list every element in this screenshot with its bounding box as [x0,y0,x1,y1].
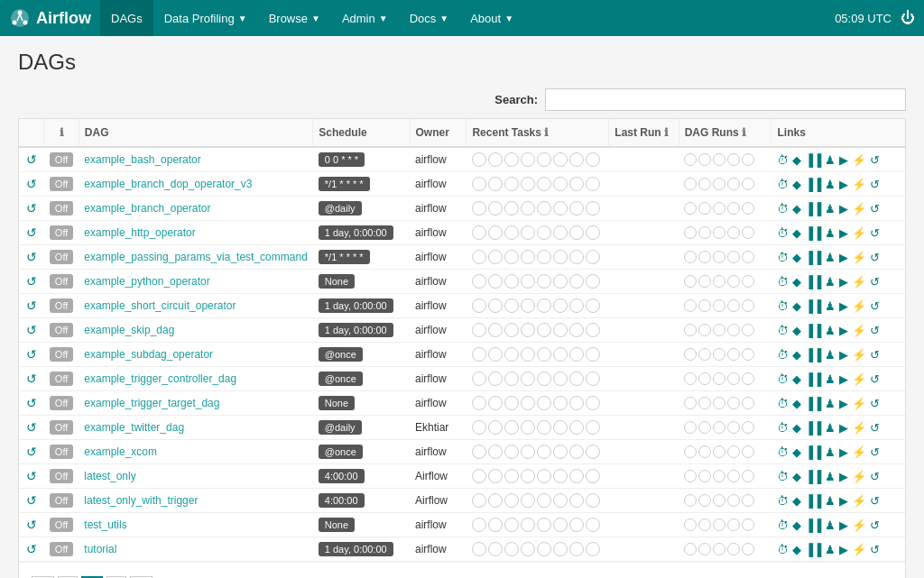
dag-flash-icon[interactable]: ⚡ [852,324,866,337]
dag-diamond-icon[interactable]: ◆ [792,543,801,556]
dag-clock-icon[interactable]: ⏱ [777,494,789,508]
dag-run-icon[interactable]: ▶ [839,397,848,410]
info-icon[interactable]: ℹ [60,126,64,139]
dag-flash-icon[interactable]: ⚡ [852,421,866,435]
dag-diamond-icon[interactable]: ◆ [792,275,801,289]
dag-tree-icon[interactable]: ♟ [825,372,836,386]
dag-chart-icon[interactable]: ▐▐ [805,372,821,386]
dag-run-icon[interactable]: ▶ [839,324,848,337]
dag-refresh-icon[interactable]: ↺ [26,201,37,216]
dag-link[interactable]: latest_only [84,470,135,482]
dag-chart-icon[interactable]: ▐▐ [805,445,821,459]
dag-diamond-icon[interactable]: ◆ [792,251,801,264]
dag-link[interactable]: latest_only_with_trigger [84,494,198,507]
dag-tree-icon[interactable]: ♟ [825,494,836,508]
dag-clock-icon[interactable]: ⏱ [777,445,789,459]
dag-diamond-icon[interactable]: ◆ [792,372,801,386]
dag-run-icon[interactable]: ▶ [839,275,848,289]
dag-diamond-icon[interactable]: ◆ [792,445,801,459]
dag-flash-icon[interactable]: ⚡ [852,202,866,216]
dag-clock-icon[interactable]: ⏱ [777,178,789,191]
dag-diamond-icon[interactable]: ◆ [792,470,801,483]
dag-chart-icon[interactable]: ▐▐ [805,518,821,532]
dag-diamond-icon[interactable]: ◆ [792,397,801,410]
dag-clock-icon[interactable]: ⏱ [777,324,789,337]
power-icon[interactable]: ⏻ [901,10,915,26]
dag-clock-icon[interactable]: ⏱ [777,226,789,240]
dag-refresh-icon[interactable]: ↺ [26,542,37,556]
dag-link[interactable]: test_utils [84,518,126,531]
dag-run-icon[interactable]: ▶ [839,299,848,313]
dag-chart-icon[interactable]: ▐▐ [805,275,821,289]
dag-run-icon[interactable]: ▶ [839,178,848,191]
dag-refresh-icon[interactable]: ↺ [870,397,880,410]
dag-chart-icon[interactable]: ▐▐ [805,470,821,483]
dag-link[interactable]: example_bash_operator [84,153,200,166]
dag-refresh-icon[interactable]: ↺ [26,298,37,313]
dag-refresh-icon[interactable]: ↺ [870,543,880,556]
dag-toggle-button[interactable]: Off [50,396,73,410]
dag-tree-icon[interactable]: ♟ [825,275,836,289]
dag-run-icon[interactable]: ▶ [839,202,848,216]
dag-tree-icon[interactable]: ♟ [825,543,836,556]
dag-run-icon[interactable]: ▶ [839,518,848,532]
dag-clock-icon[interactable]: ⏱ [777,397,789,410]
dag-refresh-icon[interactable]: ↺ [870,518,880,532]
dag-refresh-icon[interactable]: ↺ [870,153,880,167]
dag-chart-icon[interactable]: ▐▐ [805,202,821,216]
dag-chart-icon[interactable]: ▐▐ [805,543,821,556]
dag-refresh-icon[interactable]: ↺ [26,469,37,483]
dag-link[interactable]: example_subdag_operator [84,348,213,361]
dag-link[interactable]: tutorial [84,543,116,555]
dag-tree-icon[interactable]: ♟ [825,397,836,410]
dag-tree-icon[interactable]: ♟ [825,153,836,167]
dag-refresh-icon[interactable]: ↺ [26,420,37,435]
dag-refresh-icon[interactable]: ↺ [870,226,880,240]
dag-chart-icon[interactable]: ▐▐ [805,153,821,167]
dag-clock-icon[interactable]: ⏱ [777,153,789,167]
dag-refresh-icon[interactable]: ↺ [870,324,880,337]
dag-tree-icon[interactable]: ♟ [825,178,836,191]
dag-link[interactable]: example_trigger_controller_dag [84,372,236,385]
dag-refresh-icon[interactable]: ↺ [26,445,37,459]
dag-toggle-button[interactable]: Off [50,298,73,313]
dag-refresh-icon[interactable]: ↺ [870,178,880,191]
dag-flash-icon[interactable]: ⚡ [852,275,866,289]
dag-flash-icon[interactable]: ⚡ [852,397,866,410]
dag-flash-icon[interactable]: ⚡ [852,153,866,167]
dag-diamond-icon[interactable]: ◆ [792,153,801,167]
dag-tree-icon[interactable]: ♟ [825,324,836,337]
dag-toggle-button[interactable]: Off [50,250,73,264]
dag-chart-icon[interactable]: ▐▐ [805,226,821,240]
dag-refresh-icon[interactable]: ↺ [26,396,37,410]
dag-run-icon[interactable]: ▶ [839,494,848,508]
dag-refresh-icon[interactable]: ↺ [870,372,880,386]
dag-diamond-icon[interactable]: ◆ [792,202,801,216]
dag-refresh-icon[interactable]: ↺ [870,275,880,289]
dag-refresh-icon[interactable]: ↺ [26,152,37,167]
dag-flash-icon[interactable]: ⚡ [852,372,866,386]
dag-chart-icon[interactable]: ▐▐ [805,324,821,337]
dag-toggle-button[interactable]: Off [50,493,73,508]
dag-chart-icon[interactable]: ▐▐ [805,421,821,435]
dag-diamond-icon[interactable]: ◆ [792,518,801,532]
dag-flash-icon[interactable]: ⚡ [852,348,866,362]
dag-toggle-button[interactable]: Off [50,347,73,362]
dag-refresh-icon[interactable]: ↺ [26,323,37,337]
dag-flash-icon[interactable]: ⚡ [852,543,866,556]
dag-refresh-icon[interactable]: ↺ [26,347,37,362]
dag-chart-icon[interactable]: ▐▐ [805,348,821,362]
dag-diamond-icon[interactable]: ◆ [792,494,801,508]
dag-run-icon[interactable]: ▶ [839,251,848,264]
dag-clock-icon[interactable]: ⏱ [777,275,789,289]
dag-diamond-icon[interactable]: ◆ [792,299,801,313]
nav-item-browse[interactable]: Browse ▼ [258,0,331,36]
dag-tree-icon[interactable]: ♟ [825,226,836,240]
dag-run-icon[interactable]: ▶ [839,226,848,240]
dag-tree-icon[interactable]: ♟ [825,251,836,264]
dag-toggle-button[interactable]: Off [50,177,73,191]
dag-flash-icon[interactable]: ⚡ [852,226,866,240]
dag-refresh-icon[interactable]: ↺ [26,177,37,191]
dag-toggle-button[interactable]: Off [50,469,73,483]
dag-refresh-icon[interactable]: ↺ [26,225,37,240]
